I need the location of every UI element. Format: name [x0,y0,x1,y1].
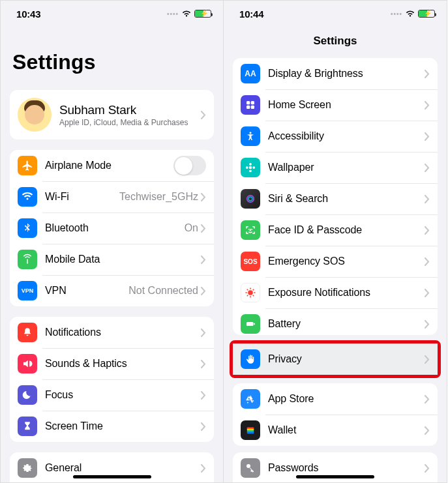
svg-rect-7 [251,106,254,109]
chevron-right-icon [425,164,430,172]
chevron-right-icon [201,391,206,400]
wallet-icon [241,420,260,440]
svg-point-16 [248,290,253,295]
row-label: Display & Brightness [268,68,425,80]
speaker-icon [18,354,37,373]
battery-row[interactable]: Battery [233,308,438,335]
status-time: 10:43 [16,8,40,20]
page-title: Settings [1,27,223,80]
wifi-row[interactable]: Wi-Fi Techwiser_5GHz [10,181,214,212]
sos-row[interactable]: SOS Emergency SOS [233,246,438,277]
wallet-row[interactable]: Wallet [233,415,438,446]
vpn-icon: VPN [18,281,37,300]
bluetooth-row[interactable]: Bluetooth On [10,212,214,244]
chevron-right-icon [201,360,206,368]
chevron-right-icon [425,101,430,110]
profile-group: Subham Stark Apple ID, iCloud, Media & P… [10,90,214,139]
svg-rect-5 [251,101,254,104]
wifi-icon [181,10,192,18]
row-label: Wallpaper [268,162,425,173]
chevron-right-icon [201,224,206,233]
wifi-icon [18,187,37,207]
airplane-mode-row[interactable]: Airplane Mode [10,150,214,181]
phone-left: 10:43 •••• ⚡ Settings Subham Stark Apple… [0,0,224,483]
svg-point-15 [248,197,252,201]
status-right: •••• ⚡ [167,10,211,18]
svg-point-9 [249,166,252,169]
chevron-right-icon [425,195,430,203]
bell-icon [18,323,37,342]
svg-point-13 [252,166,255,169]
screen-time-row[interactable]: Screen Time [10,411,214,442]
focus-row[interactable]: Focus [10,379,214,411]
svg-point-10 [249,163,252,166]
bluetooth-detail: On [185,222,198,234]
chevron-right-icon [425,257,430,266]
row-label: Notifications [45,327,201,338]
chevron-right-icon [201,329,206,337]
svg-rect-6 [246,106,250,109]
hourglass-icon [18,417,37,436]
accessibility-icon [241,126,260,146]
faceid-row[interactable]: Face ID & Passcode [233,214,438,246]
chevron-right-icon [425,426,430,435]
home-screen-row[interactable]: Home Screen [233,89,438,121]
battery-icon: ⚡ [194,10,211,18]
moon-icon [18,385,37,405]
row-label: Face ID & Passcode [268,224,425,236]
status-bar: 10:43 •••• ⚡ [1,1,223,27]
wifi-icon [405,10,415,18]
home-indicator[interactable] [73,475,151,478]
chevron-right-icon [201,422,206,431]
privacy-row[interactable]: Privacy [233,344,438,375]
row-label: Focus [45,389,201,401]
row-label: Airplane Mode [45,160,173,171]
accessibility-row[interactable]: Accessibility [233,121,438,152]
chevron-right-icon [425,464,430,473]
row-label: Battery [268,318,425,330]
profile-name: Subham Stark [59,103,201,117]
row-label: Wi-Fi [45,191,119,203]
chevron-right-icon [425,355,430,364]
row-label: Exposure Notifications [268,287,425,299]
sos-icon: SOS [241,252,260,271]
privacy-highlight: Privacy [230,340,441,378]
wallpaper-row[interactable]: Wallpaper [233,152,438,183]
phone-right: 10:44 •••• ⚡ Settings AA Display & Brigh… [224,0,447,483]
notifications-row[interactable]: Notifications [10,317,214,348]
airplane-icon [18,156,37,175]
apple-id-row[interactable]: Subham Stark Apple ID, iCloud, Media & P… [10,90,214,139]
home-indicator[interactable] [296,475,374,478]
app-store-row[interactable]: App Store [233,383,438,415]
chevron-right-icon [201,256,206,264]
network-group: Airplane Mode Wi-Fi Techwiser_5GHz Bluet… [10,150,214,306]
flower-icon [241,158,260,177]
vpn-row[interactable]: VPN VPN Not Connected [10,275,214,306]
siri-row[interactable]: Siri & Search [233,183,438,214]
hand-icon [241,349,260,369]
svg-point-11 [249,169,252,172]
row-label: Sounds & Haptics [45,358,201,370]
row-label: General [45,462,201,474]
exposure-row[interactable]: Exposure Notifications [233,277,438,308]
svg-point-8 [250,132,252,134]
settings-scroll[interactable]: AA Display & Brightness Home Screen Acce… [224,54,447,483]
siri-icon [241,189,260,209]
row-label: Mobile Data [45,254,201,265]
battery-row-icon [241,314,260,334]
row-label: Siri & Search [268,193,425,205]
mobile-data-row[interactable]: Mobile Data [10,244,214,275]
chevron-right-icon [425,289,430,297]
display-brightness-row[interactable]: AA Display & Brightness [233,58,438,89]
airplane-toggle[interactable] [173,156,206,175]
chevron-right-icon [201,111,206,119]
chevron-right-icon [425,395,430,403]
cellular-dots-icon: •••• [391,10,402,18]
settings-scroll[interactable]: Subham Stark Apple ID, iCloud, Media & P… [1,80,223,483]
sounds-row[interactable]: Sounds & Haptics [10,348,214,379]
status-time: 10:44 [239,8,263,20]
virus-icon [241,283,260,302]
row-label: Passwords [268,462,425,474]
chevron-right-icon [201,193,206,201]
status-bar: 10:44 •••• ⚡ [224,1,447,27]
